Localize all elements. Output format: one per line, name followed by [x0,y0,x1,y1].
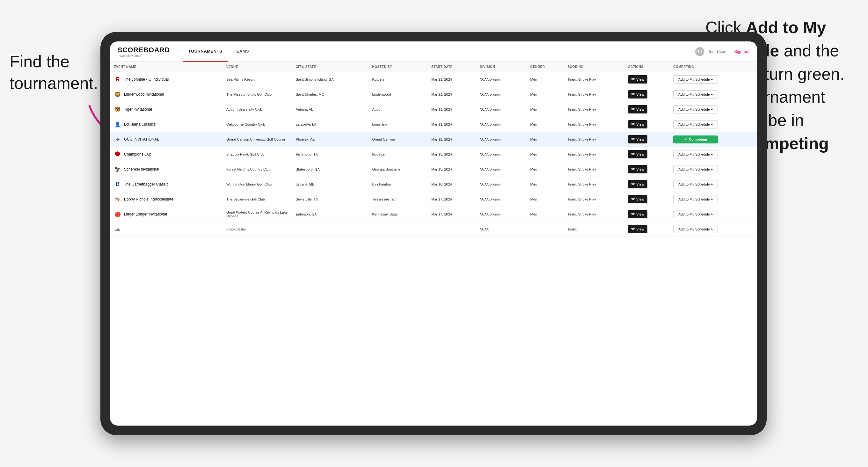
scoring-cell: Team, Stroke Play [564,207,624,222]
view-button[interactable]: 👁 View [628,105,647,114]
venue-cell: Forest Heights Country Club [222,162,292,177]
col-event-name: EVENT NAME [110,62,222,72]
table-row: B The Carpetbagger Classic Worthington M… [110,177,757,192]
city-state-cell: Phoenix, AZ [292,132,369,147]
actions-cell: 👁 View [624,192,670,207]
add-to-schedule-button[interactable]: Add to My Schedule + [673,120,718,128]
city-state-cell: Statesboro, GA [292,162,369,177]
tablet-frame: SCOREBOARD Powered by clippd TOURNAMENTS… [100,32,767,435]
add-to-schedule-button[interactable]: Add to My Schedule + [673,210,718,218]
view-button[interactable]: 👁 View [628,225,647,234]
add-to-schedule-button[interactable]: Add to My Schedule + [673,165,718,174]
start-date-cell: Mar 11, 2024 [428,87,476,102]
gender-cell: Men [527,132,564,147]
competing-cell: Add to My Schedule + [670,117,757,132]
view-button[interactable]: 👁 View [628,120,647,128]
start-date-cell: Mar 17, 2024 [428,192,476,207]
competing-cell: Add to My Schedule + [670,177,757,192]
start-date-cell: Mar 11, 2024 [428,102,476,117]
competing-cell: Add to My Schedule + [670,72,757,87]
eye-icon: 👁 [631,167,635,172]
add-to-schedule-button[interactable]: Add to My Schedule + [673,180,718,188]
view-button[interactable]: 👁 View [628,195,647,204]
table-row: ✈ GCU INVITATIONAL Grand Canyon Universi… [110,132,757,147]
hosted-by-cell: Auburn [368,102,428,117]
col-start-date: START DATE [428,62,476,72]
add-to-schedule-button[interactable]: Add to My Schedule + [673,225,718,234]
hosted-by-cell: Grand Canyon [368,132,428,147]
event-name-text: GCU INVITATIONAL [124,137,159,142]
actions-cell: 👁 View [624,207,670,222]
team-logo: 👤 [114,121,121,128]
sign-out-link[interactable]: Sign out [734,49,749,54]
event-name-cell: 🅗 Champions Cup [110,147,222,162]
actions-cell: 👁 View [624,102,670,117]
venue-cell: The Missouri Bluffs Golf Club [222,87,292,102]
event-name-text: Bobby Nichols Intercollegiate [124,197,174,201]
gender-cell: Men [527,207,564,222]
event-name-cell: 🦅 Schenkel Invitational [110,162,222,177]
start-date-cell [428,222,476,237]
division-cell: NCAA Division I [476,177,526,192]
division-cell: NCAA Division I [476,162,526,177]
venue-cell: Brook Valley [222,222,292,237]
team-logo: 🔴 [114,210,121,218]
city-state-cell [292,222,369,237]
hosted-by-cell: Houston [368,147,428,162]
city-state-cell: Saint Charles, MO [292,87,369,102]
view-button[interactable]: 👁 View [628,75,647,84]
table-row: 🦘 Bobby Nichols Intercollegiate The Sevi… [110,192,757,207]
hosted-by-cell: Rutgers [368,72,428,87]
start-date-cell: Mar 13, 2024 [428,147,476,162]
competing-cell: Add to My Schedule + [670,162,757,177]
event-name-text: Linger Longer Invitational [124,212,167,216]
view-button[interactable]: 👁 View [628,150,647,158]
city-state-cell: Saint Simons Island, GA [292,72,369,87]
view-button[interactable]: 👁 View [628,210,647,218]
eye-icon: 👁 [631,137,635,142]
event-name-text: The Johnnie - O Individual [124,77,168,82]
view-button[interactable]: 👁 View [628,165,647,174]
add-to-schedule-button[interactable]: Add to My Schedule + [673,105,718,114]
col-competing: COMPETING [670,62,757,72]
add-to-schedule-button[interactable]: Add to My Schedule + [673,150,718,158]
add-to-schedule-button[interactable]: Add to My Schedule + [673,75,718,84]
gender-cell: Men [527,162,564,177]
divider: | [729,49,730,54]
division-cell: NCAA Division I [476,72,526,87]
user-name: Test User [708,49,725,54]
view-button[interactable]: 👁 View [628,135,647,144]
start-date-cell: Mar 16, 2024 [428,177,476,192]
table-row: 🐯 Tiger Invitational Auburn University C… [110,102,757,117]
nav-tab-teams[interactable]: TEAMS [228,41,255,62]
app-logo: SCOREBOARD [118,46,170,54]
competing-cell: Add to My Schedule + [670,147,757,162]
add-to-schedule-button[interactable]: Add to My Schedule + [673,90,718,98]
competing-button[interactable]: ✓ Competing [673,135,718,144]
city-state-cell: Auburn, AL [292,102,369,117]
event-name-text: Lindenwood Invitational [124,92,164,97]
nav-tab-tournaments[interactable]: TOURNAMENTS [183,41,228,62]
view-button[interactable]: 👁 View [628,90,647,98]
team-logo: 🦅 [114,165,121,173]
actions-cell: 👁 View [624,117,670,132]
table-row: 🦅 Schenkel Invitational Forest Heights C… [110,162,757,177]
tournaments-table: EVENT NAME VENUE CITY, STATE HOSTED BY S… [110,62,757,237]
division-cell: NCAA Division I [476,117,526,132]
competing-cell: Add to My Schedule + [670,207,757,222]
eye-icon: 👁 [631,197,635,201]
city-state-cell: Eatonton, GA [292,207,369,222]
city-state-cell: Urbana, MD [292,177,369,192]
eye-icon: 👁 [631,122,635,127]
start-date-cell: Mar 11, 2024 [428,72,476,87]
view-button[interactable]: 👁 View [628,180,647,188]
event-name-cell: 🦁 Lindenwood Invitational [110,87,222,102]
hosted-by-cell [368,222,428,237]
actions-cell: 👁 View [624,87,670,102]
col-city-state: CITY, STATE [292,62,369,72]
gender-cell: Men [527,147,564,162]
col-actions: ACTIONS [624,62,670,72]
add-to-schedule-button[interactable]: Add to My Schedule + [673,195,718,204]
start-date-cell: Mar 15, 2024 [428,162,476,177]
gender-cell: Men [527,117,564,132]
